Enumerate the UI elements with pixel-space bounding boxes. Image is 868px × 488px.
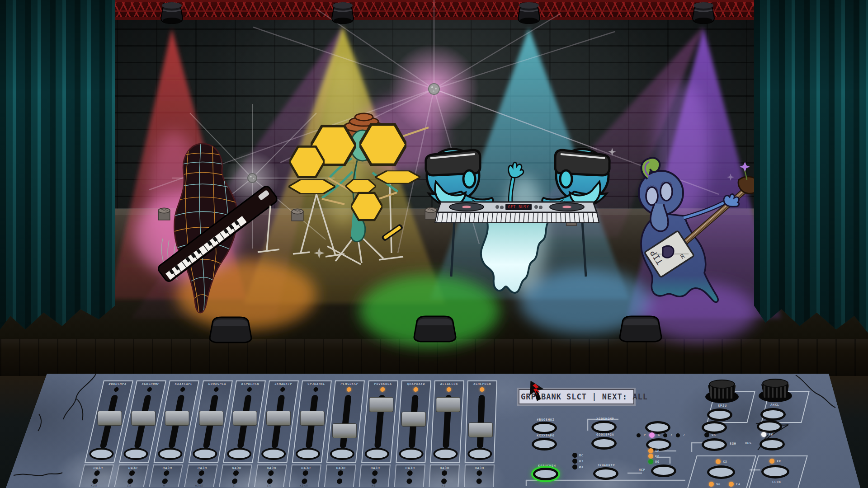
hcp-button[interactable] [651,465,676,477]
channel-lower-label: ПАЗН [327,466,355,470]
fader-handle[interactable] [300,411,325,426]
hcp-label: HCP [639,468,646,472]
channel-lower-cell: ПАЗН З [219,465,252,487]
fader-handle[interactable] [199,411,223,426]
channel-lower-led-2 [232,479,238,484]
right-top-button[interactable] [757,420,782,433]
channel-strip-label: PCHSUKSP [335,382,364,386]
channel-strip-button[interactable] [261,448,286,460]
channel-lower-led-2 [336,479,342,484]
fader-handle[interactable] [233,411,257,426]
channel-lower-faint-label: КЗ [430,484,458,487]
grid-r1c2-label: XGOSHOMP [590,417,621,421]
knob-1-label: SPJU [708,404,737,408]
fader-handle[interactable] [401,412,426,427]
fader-slot [477,395,485,448]
channel-lower-led-1 [268,470,274,476]
channel-lower-label: ПАЗН [188,466,217,470]
grid-r3c1-button-active[interactable] [533,468,558,480]
fader-handle[interactable] [98,411,122,426]
fader-handle[interactable] [266,411,291,426]
channel-lower-led-1 [94,470,100,476]
dj-deck: GET BUSY [435,202,599,223]
box1-led-b: CA [729,482,741,487]
channel-lower-label: ПАЗН [118,466,147,470]
channel-lower-label: ПАЗН [431,466,459,470]
channel-lower-cell: ПАЗН НЗАП [184,465,218,487]
channel-strip: POVXKOGA [361,380,398,463]
channel-strip-label: KXXXSAPC [170,382,198,386]
curtain-left [0,0,115,336]
channel-lower-cell: ПАЗН КЗАП [289,465,321,487]
channel-strip-label: ALCACCOX [435,382,463,386]
fader-handle[interactable] [436,397,460,412]
fader-handle[interactable] [333,423,357,438]
center-top-button[interactable] [645,421,670,434]
channel-strip-button[interactable] [89,448,113,460]
right-button[interactable] [760,438,785,450]
center-led-row: P G 7 7 [637,432,685,438]
channel-lower-led-2 [197,479,203,484]
channel-lower-led-1 [302,470,308,476]
fader-handle[interactable] [369,397,393,412]
channel-strip-led [147,387,152,392]
grid-r3c1-label: KSPUCHSH [531,464,563,468]
curtain-right [754,0,868,336]
channel-lower-led-2 [406,479,412,484]
grid-r2c2-button[interactable] [591,437,617,450]
mid-button[interactable] [702,438,727,451]
mid-led: 95 [704,432,716,437]
channel-strip-button[interactable] [124,448,148,460]
channel-strip-led [380,387,385,392]
channel-strip-button[interactable] [433,448,458,460]
fader-handle[interactable] [468,422,493,437]
channel-strip-button[interactable] [158,448,183,460]
box1-led: XX [716,459,727,464]
rotary-knob-2[interactable] [759,380,792,402]
box2-led: XX [769,459,781,464]
channel-lower-led-1 [407,470,413,476]
grid-r1c1-button[interactable] [532,422,557,434]
channel-lower-cell: ПАЗН [324,465,356,487]
channel-lower-cell: ПАЗН НЗ [359,465,391,487]
grid-r1c2-button[interactable] [591,421,617,433]
channel-strip-button[interactable] [296,448,320,460]
fader-handle[interactable] [131,411,156,426]
channel-strip-button[interactable] [468,448,492,460]
channel-strip-label: POVXKOGA [369,382,397,386]
channel-lower-label: ПАЗН [465,466,493,470]
channel-strip-led [447,387,452,392]
right-led: A# [761,432,773,437]
channel-lower-led-1 [442,470,448,476]
grid-r3c2-label: JKHAUKTP [590,464,622,467]
grid-r2c1-button[interactable] [532,438,557,450]
rotary-knob-1[interactable] [705,380,739,403]
grid-r2c2-label: GOOXSPGA [590,433,621,436]
mid-top-button[interactable] [702,421,727,434]
channel-lower-led-2 [302,479,307,484]
grid-led-1 [572,453,577,458]
channel-strip-button[interactable] [330,448,354,460]
fader-handle[interactable] [165,411,189,426]
channel-lower-led-1 [163,470,170,476]
channel-strip-button[interactable] [399,448,423,460]
knob-2-button[interactable] [760,408,786,421]
knob-1-button[interactable] [707,408,732,421]
channel-strip: SPJUAHXL [292,380,332,463]
channel-strip-button[interactable] [227,448,251,460]
channel-strip-button[interactable] [364,448,389,460]
channel-lower-label: ПАЗН [396,466,425,470]
grid-led-column: ПС НЗ ИХ [572,453,584,469]
box2-button[interactable] [761,465,789,479]
grid-r1c1-label: #BUOSHOZ [530,418,561,422]
channel-lower-cell: ПАЗН [394,465,425,487]
box1-button[interactable] [707,465,735,479]
grid-r3c2-button[interactable] [593,467,618,480]
channel-lower-faint-label: СА [115,484,143,487]
channel-strip-button[interactable] [193,448,217,460]
spotlight-2 [332,2,354,24]
channel-lower-cell: ПАЗН СА [114,465,149,487]
channel-lower-cell: ПАЗН [464,465,495,487]
mouse-cursor [528,381,546,403]
channel-strip-led [213,387,219,392]
